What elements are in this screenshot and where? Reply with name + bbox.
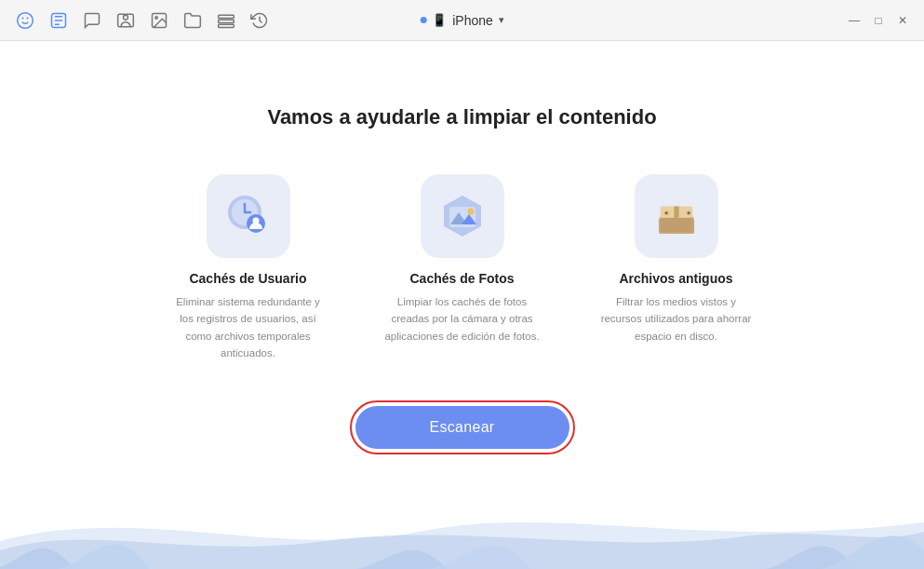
photos-icon[interactable]: [149, 10, 169, 31]
old-files-desc: Filtrar los medios vistos y recursos uti…: [597, 293, 756, 345]
storage-icon[interactable]: [216, 10, 236, 31]
photo-cache-desc: Limpiar los cachés de fotos creadas por …: [383, 293, 542, 345]
photo-cache-title: Cachés de Fotos: [409, 271, 514, 286]
scan-button-wrap: Escanear: [355, 406, 569, 449]
svg-rect-29: [660, 217, 692, 232]
user-cache-icon-wrap: [207, 174, 290, 258]
old-files-icon: ★ ★: [652, 192, 701, 240]
history-icon[interactable]: [249, 10, 270, 31]
scan-button-highlight: [350, 400, 575, 454]
files-icon[interactable]: [182, 10, 203, 31]
user-cache-icon: [224, 192, 273, 240]
feature-cards: Cachés de Usuario Eliminar sistema redun…: [169, 174, 756, 362]
photo-cache-icon: [438, 192, 487, 240]
old-files-title: Archivos antiguos: [619, 271, 732, 286]
old-files-card: ★ ★ Archivos antiguos Filtrar los medios…: [597, 174, 756, 345]
svg-text:★: ★: [686, 210, 691, 216]
svg-point-4: [124, 15, 128, 20]
svg-rect-10: [219, 24, 234, 27]
device-name: iPhone: [452, 13, 493, 28]
close-button[interactable]: ✕: [896, 14, 909, 27]
main-content: Vamos a ayudarle a limpiar el contenido: [0, 41, 924, 569]
chevron-down-icon[interactable]: ▾: [499, 14, 504, 26]
minimize-button[interactable]: —: [848, 14, 861, 27]
user-cache-desc: Eliminar sistema redundante y los regist…: [169, 293, 328, 362]
photo-cache-card: Cachés de Fotos Limpiar los cachés de fo…: [383, 174, 542, 345]
clean-icon[interactable]: [48, 10, 69, 31]
svg-rect-26: [674, 206, 678, 217]
svg-point-0: [18, 12, 33, 28]
maximize-button[interactable]: □: [872, 14, 885, 27]
nav-icons: [15, 10, 270, 31]
device-status-dot: [420, 17, 426, 23]
contacts-icon[interactable]: [115, 10, 136, 31]
window-controls: — □ ✕: [848, 14, 909, 27]
old-files-icon-wrap: ★ ★: [635, 174, 718, 258]
svg-rect-5: [118, 14, 134, 26]
svg-text:★: ★: [663, 210, 669, 216]
device-title: 📱 iPhone ▾: [420, 13, 504, 28]
page-title: Vamos a ayudarle a limpiar el contenido: [267, 105, 656, 129]
photo-cache-icon-wrap: [421, 174, 504, 258]
background-waves: [0, 467, 924, 569]
messages-icon[interactable]: [82, 10, 102, 31]
user-cache-card: Cachés de Usuario Eliminar sistema redun…: [169, 174, 328, 362]
svg-point-21: [467, 208, 474, 214]
title-bar: 📱 iPhone ▾ — □ ✕: [0, 0, 924, 41]
svg-rect-9: [219, 20, 234, 22]
svg-point-7: [155, 16, 158, 18]
svg-rect-8: [219, 15, 234, 18]
home-icon[interactable]: [15, 10, 35, 31]
device-icon: 📱: [432, 13, 447, 27]
user-cache-title: Cachés de Usuario: [189, 271, 306, 286]
